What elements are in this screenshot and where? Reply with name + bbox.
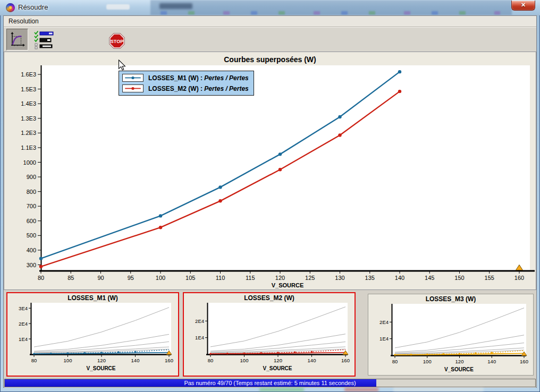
- background-window-artifact: [161, 11, 500, 15]
- progress-bar: Pas numéro 49/70 (Temps restant estimé: …: [4, 379, 536, 387]
- stop-button[interactable]: STOP: [109, 33, 125, 49]
- curve-chart-icon: [9, 31, 26, 48]
- svg-text:80: 80: [208, 357, 214, 363]
- svg-text:1.5E3: 1.5E3: [21, 86, 36, 92]
- small-chart-svg-m1: 1E42E43E480100120140160V_SOURCE: [7, 302, 178, 376]
- svg-text:V_SOURCE: V_SOURCE: [86, 365, 115, 371]
- svg-text:80: 80: [392, 359, 398, 364]
- svg-text:160: 160: [514, 275, 524, 281]
- bottom-charts-strip: LOSSES_M1 (W) 1E42E43E480100120140160V_S…: [4, 290, 536, 378]
- svg-text:120: 120: [97, 357, 106, 363]
- svg-text:90: 90: [97, 275, 104, 281]
- svg-text:115: 115: [246, 275, 255, 281]
- svg-text:1E4: 1E4: [19, 336, 28, 342]
- svg-text:130: 130: [335, 275, 344, 281]
- svg-text:100: 100: [156, 275, 165, 281]
- svg-text:2E4: 2E4: [195, 318, 204, 324]
- svg-text:600: 600: [27, 218, 36, 224]
- svg-text:145: 145: [425, 275, 434, 281]
- svg-text:140: 140: [131, 357, 140, 363]
- app-icon: [6, 3, 15, 12]
- stop-label: STOP: [111, 39, 123, 44]
- svg-text:80: 80: [38, 275, 44, 281]
- svg-text:1.6E3: 1.6E3: [21, 71, 36, 78]
- background-window-artifact: [106, 4, 130, 10]
- svg-text:140: 140: [395, 275, 404, 281]
- chart-legend: LOSSES_M1 (W) : Pertes / Pertes LOSSES_M…: [119, 71, 254, 96]
- run-list-button[interactable]: [33, 30, 54, 50]
- svg-text:400: 400: [27, 247, 36, 253]
- svg-text:800: 800: [27, 189, 36, 195]
- svg-text:140: 140: [308, 357, 316, 363]
- menubar: Resolution: [4, 16, 536, 27]
- svg-text:700: 700: [27, 203, 36, 209]
- svg-text:1.4E3: 1.4E3: [21, 100, 36, 107]
- legend-item: LOSSES_M2 (W) : Pertes / Pertes: [122, 84, 249, 92]
- svg-text:3E4: 3E4: [19, 305, 28, 311]
- svg-text:160: 160: [341, 357, 350, 363]
- background-window-artifact: [259, 388, 304, 391]
- svg-text:2E4: 2E4: [19, 321, 28, 327]
- window-title: Résoudre: [18, 3, 48, 11]
- svg-text:85: 85: [68, 275, 74, 281]
- legend-swatch-m1: [122, 74, 144, 82]
- small-chart-svg-m3: 1E42E480100120140160V_SOURCE: [368, 303, 533, 375]
- run-list-icon: [33, 30, 54, 50]
- svg-text:120: 120: [274, 357, 282, 363]
- svg-text:900: 900: [27, 174, 36, 180]
- close-icon: ✕: [521, 2, 526, 8]
- menu-item-resolution[interactable]: Resolution: [4, 16, 43, 25]
- legend-label: LOSSES_M2 (W) : Pertes / Pertes: [148, 85, 249, 92]
- svg-text:V_SOURCE: V_SOURCE: [263, 365, 292, 371]
- legend-swatch-m2: [122, 84, 144, 92]
- background-window-artifact: [393, 388, 484, 391]
- svg-text:1E4: 1E4: [379, 336, 389, 342]
- svg-text:1.2E3: 1.2E3: [21, 130, 36, 136]
- svg-text:120: 120: [275, 275, 285, 281]
- background-window-artifact: [159, 3, 192, 9]
- svg-text:V_SOURCE: V_SOURCE: [272, 282, 304, 288]
- small-chart-title: LOSSES_M1 (W): [7, 294, 178, 302]
- svg-text:160: 160: [520, 359, 528, 364]
- svg-text:100: 100: [64, 357, 72, 363]
- svg-text:1E4: 1E4: [195, 335, 204, 340]
- curves-view-button[interactable]: [6, 29, 28, 50]
- stop-icon: STOP: [109, 33, 125, 49]
- svg-text:95: 95: [128, 275, 134, 281]
- svg-text:140: 140: [487, 359, 496, 364]
- svg-text:1000: 1000: [23, 159, 36, 166]
- svg-text:V_SOURCE: V_SOURCE: [444, 367, 474, 372]
- svg-text:120: 120: [455, 359, 464, 364]
- svg-text:1.3E3: 1.3E3: [21, 115, 36, 122]
- svg-text:155: 155: [485, 275, 494, 281]
- resoudre-window: Résoudre ✕ Resolution: [0, 0, 540, 392]
- svg-text:125: 125: [305, 275, 315, 281]
- titlebar: Résoudre ✕: [0, 0, 540, 15]
- legend-label: LOSSES_M1 (W) : Pertes / Pertes: [148, 74, 249, 82]
- svg-text:100: 100: [423, 359, 432, 364]
- svg-text:135: 135: [365, 275, 375, 281]
- svg-text:2E4: 2E4: [379, 319, 389, 325]
- svg-text:80: 80: [31, 357, 37, 363]
- small-chart-panel-losses-m2[interactable]: LOSSES_M2 (W) 1E42E480100120140160V_SOUR…: [183, 292, 356, 377]
- small-chart-panel-losses-m3[interactable]: LOSSES_M3 (W) 1E42E480100120140160V_SOUR…: [368, 294, 534, 376]
- svg-text:105: 105: [185, 275, 195, 281]
- small-chart-panel-losses-m1[interactable]: LOSSES_M1 (W) 1E42E43E480100120140160V_S…: [6, 292, 179, 377]
- progress-label: Pas numéro 49/70 (Temps restant estimé: …: [5, 379, 535, 387]
- main-chart-panel: 30040050060070080090010001.1E31.2E31.3E3…: [4, 52, 536, 290]
- svg-text:110: 110: [216, 275, 225, 281]
- main-chart-svg: 30040050060070080090010001.1E31.2E31.3E3…: [4, 52, 536, 289]
- svg-text:1.1E3: 1.1E3: [21, 144, 36, 151]
- background-window-artifact: [344, 388, 378, 391]
- small-chart-svg-m2: 1E42E480100120140160V_SOURCE: [184, 302, 354, 376]
- small-chart-title: LOSSES_M2 (W): [184, 294, 355, 302]
- svg-text:300: 300: [27, 262, 36, 268]
- legend-item: LOSSES_M1 (W) : Pertes / Pertes: [122, 74, 249, 82]
- small-chart-title: LOSSES_M3 (W): [368, 295, 533, 303]
- svg-text:160: 160: [165, 357, 173, 363]
- svg-text:500: 500: [27, 232, 36, 238]
- toolbar: STOP: [4, 28, 536, 51]
- close-button[interactable]: ✕: [511, 1, 535, 11]
- svg-text:150: 150: [454, 275, 464, 281]
- svg-text:100: 100: [240, 357, 249, 363]
